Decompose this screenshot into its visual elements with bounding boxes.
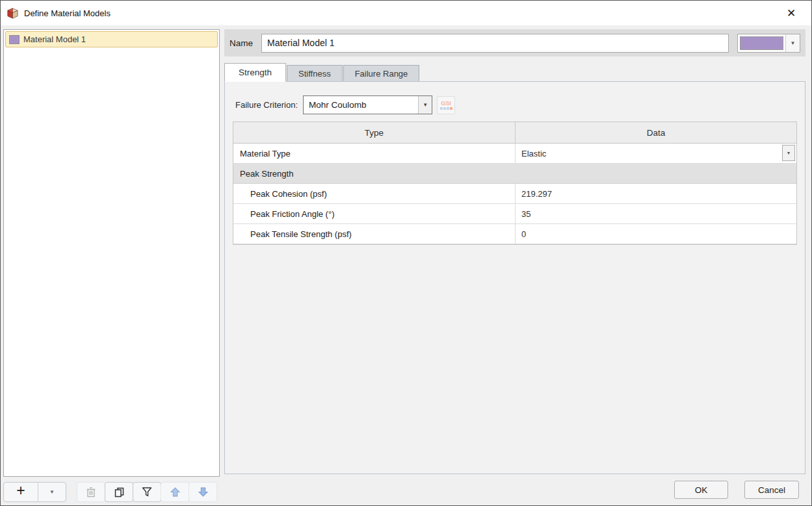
table-row-peak-tensile-strength: Peak Tensile Strength (psf) 0	[233, 224, 796, 244]
failure-criterion-label: Failure Criterion:	[235, 100, 298, 110]
gsi-squares-icon	[440, 107, 452, 110]
failure-criterion-value: Mohr Coulomb	[304, 100, 418, 110]
dialog-footer: OK Cancel	[224, 474, 805, 505]
column-header-data: Data	[515, 122, 796, 143]
peak-cohesion-value-field[interactable]: 219.297	[515, 184, 796, 203]
name-row: Name ▼	[224, 29, 805, 57]
peak-friction-angle-value: 35	[521, 209, 530, 219]
material-type-value: Elastic	[521, 149, 546, 158]
material-name-input[interactable]	[261, 34, 729, 53]
move-up-icon	[170, 487, 181, 498]
list-item-label: Material Model 1	[23, 34, 86, 44]
cancel-button[interactable]: Cancel	[744, 481, 799, 499]
material-color-dropdown[interactable]: ▼	[737, 34, 800, 53]
delete-icon	[86, 487, 96, 498]
list-toolbar: + ▼	[3, 477, 220, 505]
peak-friction-angle-value-field[interactable]: 35	[515, 204, 796, 223]
name-label: Name	[229, 38, 253, 48]
list-item-material-model-1[interactable]: Material Model 1	[5, 31, 218, 47]
app-cube-icon	[6, 6, 20, 20]
copy-icon	[114, 487, 125, 498]
material-type-dropdown[interactable]: Elastic ▼	[515, 144, 796, 163]
tab-failure-range[interactable]: Failure Range	[343, 65, 420, 81]
title-bar: Define Material Models ✕	[1, 1, 811, 25]
ok-button[interactable]: OK	[674, 481, 728, 499]
table-header-row: Type Data	[233, 122, 796, 144]
tab-strength[interactable]: Strength	[224, 63, 286, 82]
material-list-column: Material Model 1 + ▼	[3, 29, 220, 505]
category-row-peak-strength: Peak Strength	[233, 164, 796, 184]
filter-icon	[141, 487, 153, 498]
peak-tensile-strength-value: 0	[521, 229, 526, 239]
chevron-down-icon[interactable]: ▼	[785, 34, 800, 52]
peak-cohesion-value: 219.297	[521, 189, 552, 199]
material-detail-column: Name ▼ Strength Stiffness Failure Range …	[224, 29, 805, 505]
failure-criterion-row: Failure Criterion: Mohr Coulomb ▼ GSI	[235, 95, 805, 114]
strength-tab-panel: Failure Criterion: Mohr Coulomb ▼ GSI	[224, 81, 805, 474]
tab-strip: Strength Stiffness Failure Range	[224, 57, 805, 81]
table-row-material-type: Material Type Elastic ▼	[233, 144, 796, 164]
material-list[interactable]: Material Model 1	[3, 29, 220, 477]
add-material-button[interactable]: +	[4, 483, 38, 501]
move-up-button[interactable]	[161, 482, 189, 502]
filter-material-button[interactable]	[133, 482, 161, 502]
dialog-body: Material Model 1 + ▼	[1, 25, 811, 505]
gsi-button[interactable]: GSI	[437, 96, 455, 114]
strength-properties-table: Type Data Material Type Elastic ▼ Peak S…	[233, 121, 797, 245]
add-material-split-button: + ▼	[3, 482, 66, 502]
column-header-type: Type	[233, 122, 515, 143]
gsi-button-label: GSI	[441, 100, 451, 107]
table-row-peak-friction-angle: Peak Friction Angle (°) 35	[233, 204, 796, 224]
define-material-models-dialog: Define Material Models ✕ Material Model …	[0, 0, 812, 506]
add-material-dropdown-button[interactable]: ▼	[38, 483, 66, 501]
window-title: Define Material Models	[24, 8, 111, 18]
copy-material-button[interactable]	[105, 482, 133, 502]
property-label: Peak Tensile Strength (psf)	[233, 224, 515, 244]
failure-criterion-dropdown[interactable]: Mohr Coulomb ▼	[303, 95, 432, 114]
property-label: Peak Friction Angle (°)	[233, 204, 515, 223]
chevron-down-icon[interactable]: ▼	[418, 96, 432, 114]
chevron-down-icon[interactable]: ▼	[782, 145, 795, 161]
property-label: Peak Cohesion (psf)	[233, 184, 515, 203]
list-action-buttons	[77, 482, 217, 502]
tab-stiffness[interactable]: Stiffness	[287, 65, 343, 81]
table-row-peak-cohesion: Peak Cohesion (psf) 219.297	[233, 184, 796, 204]
delete-material-button[interactable]	[77, 482, 105, 502]
property-label: Material Type	[233, 144, 515, 163]
color-swatch	[740, 36, 783, 50]
category-label: Peak Strength	[240, 169, 293, 179]
peak-tensile-strength-value-field[interactable]: 0	[515, 224, 796, 244]
move-down-button[interactable]	[189, 482, 217, 502]
close-icon[interactable]: ✕	[780, 6, 806, 20]
move-down-icon	[198, 487, 209, 498]
material-color-swatch	[9, 35, 20, 44]
